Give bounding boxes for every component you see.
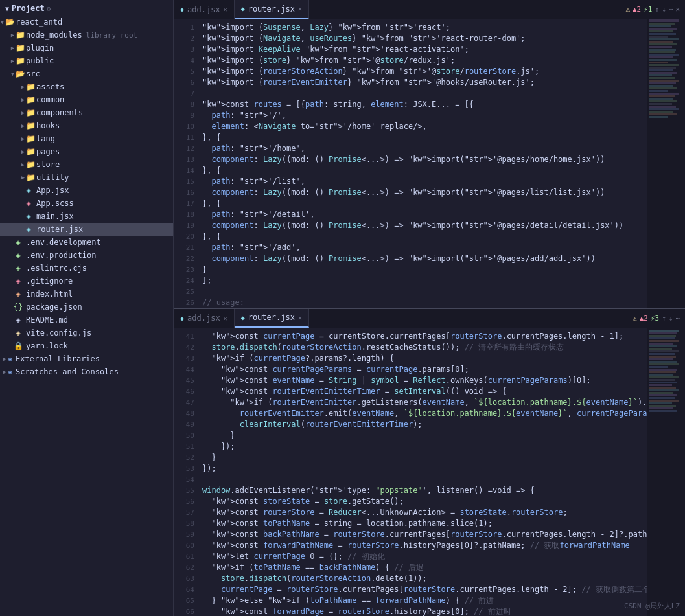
nav-up-bottom[interactable]: ↑ — [662, 314, 666, 323]
nav-down-top[interactable]: ↓ — [662, 5, 666, 14]
code-line-53: }); — [202, 463, 642, 474]
svg-rect-7 — [649, 36, 668, 38]
code-line-58: "kw">const toPathName = string = locatio… — [202, 518, 642, 529]
line-num-5: 5 — [174, 66, 194, 77]
nav-down-bottom[interactable]: ↓ — [669, 314, 673, 323]
sidebar-item-public[interactable]: ▶📁public — [0, 54, 173, 67]
sidebar-item-components[interactable]: ▶📁components — [0, 106, 173, 119]
sidebar-item-common[interactable]: ▶📁common — [0, 93, 173, 106]
line-num-45: 45 — [174, 375, 194, 386]
code-content-bottom[interactable]: "kw">const currentPage = currentStore.cu… — [197, 328, 647, 617]
code-line-23: } — [202, 264, 642, 275]
more-actions-top[interactable]: ⋯ — [669, 5, 673, 14]
sidebar-item-main.jsx[interactable]: ◈main.jsx — [0, 210, 173, 223]
code-line-2: "kw">import {Navigate, useRoutes} "kw">f… — [202, 33, 642, 44]
sidebar-item-README.md[interactable]: ◈README.md — [0, 314, 173, 326]
tab-close-add-top[interactable]: ✕ — [224, 6, 227, 13]
tab-close-router-bottom[interactable]: ✕ — [298, 314, 302, 321]
code-line-64: currentPage = routerStore.currentPages[r… — [202, 584, 642, 595]
sidebar-item-react_antd[interactable]: ▼📂react_antd — [0, 16, 173, 29]
sidebar-header[interactable]: ▼ Project ⚙ — [0, 1, 173, 16]
tab-router-jsx-bottom[interactable]: ◆ router.jsx ✕ — [235, 308, 309, 328]
sidebar-item-.env.production[interactable]: ◈.env.production — [0, 249, 173, 262]
svg-rect-14 — [649, 54, 679, 56]
sidebar-settings-icon[interactable]: ⚙ — [47, 5, 51, 12]
error-icon-top[interactable]: ▲2 — [633, 5, 641, 14]
svg-rect-30 — [649, 95, 675, 97]
code-line-19: component: Lazy((mod: () Promise<...>) =… — [202, 220, 642, 231]
tab-add-jsx-top[interactable]: ◆ add.jsx ✕ — [174, 0, 235, 19]
code-line-57: "kw">const routerStore = Reducer<...Unkn… — [202, 507, 642, 518]
line-num-10: 10 — [174, 121, 194, 132]
code-line-59: "kw">const backPathName = routerStore.cu… — [202, 529, 642, 540]
js-icon: ◈ — [13, 328, 23, 338]
svg-rect-18 — [649, 64, 679, 66]
sidebar-item-node_modules[interactable]: ▶📁node_moduleslibrary root — [0, 29, 173, 41]
tab-router-jsx-top[interactable]: ◆ router.jsx ✕ — [235, 0, 309, 19]
scrollbar-top[interactable] — [680, 19, 685, 308]
watermark: CSDN @局外人LZ — [624, 601, 680, 611]
code-line-6: "kw">import {routerEventEmitter} "kw">fr… — [202, 77, 642, 88]
sidebar-item-store[interactable]: ▶📁store — [0, 158, 173, 171]
lock-icon: 🔒 — [13, 341, 23, 351]
code-line-63: store.dispatch(routerStoreAction.delete(… — [202, 573, 642, 584]
sidebar-item-label-assets: assets — [36, 82, 64, 91]
line-num-44: 44 — [174, 364, 194, 375]
warning-icon-top[interactable]: ⚠ — [625, 5, 630, 14]
code-content-top[interactable]: "kw">import {Suspense, Lazy} "kw">from "… — [197, 19, 647, 308]
tab-router-label-top: router.jsx — [248, 5, 295, 14]
line-num-7: 7 — [174, 88, 194, 99]
sidebar-item-label-yarn.lock: yarn.lock — [26, 341, 68, 350]
sidebar-item-hooks[interactable]: ▶📁hooks — [0, 119, 173, 132]
more-actions-bottom[interactable]: ⋯ — [675, 314, 680, 323]
sidebar-item-index.html[interactable]: ◈index.html — [0, 288, 173, 301]
sidebar-item-src[interactable]: ▼📂src — [0, 67, 173, 80]
sidebar-item-.gitignore[interactable]: ◈.gitignore — [0, 275, 173, 288]
svg-rect-44 — [649, 340, 679, 342]
code-line-4: "kw">import {store} "kw">from "str">'@st… — [202, 55, 642, 66]
json-icon: {} — [13, 302, 23, 312]
sidebar-item-yarn.lock[interactable]: 🔒yarn.lock — [0, 339, 173, 352]
sidebar-item-App.jsx[interactable]: ◈App.jsx — [0, 184, 173, 197]
line-num-19: 19 — [174, 220, 194, 231]
code-line-26: // usage: — [202, 297, 642, 308]
line-num-9: 9 — [174, 110, 194, 121]
svg-rect-17 — [649, 62, 668, 63]
sidebar-item-label-.gitignore: .gitignore — [26, 277, 73, 286]
sidebar-item-assets[interactable]: ▶📁assets — [0, 80, 173, 93]
code-line-7 — [202, 88, 642, 99]
svg-rect-67 — [649, 400, 679, 402]
svg-rect-50 — [649, 356, 676, 358]
tab-close-router-top[interactable]: ✕ — [298, 5, 302, 12]
sidebar-item-router.jsx[interactable]: ◈router.jsx — [0, 223, 173, 236]
tab-close-add-bottom[interactable]: ✕ — [224, 315, 227, 322]
svg-rect-55 — [649, 369, 677, 371]
code-line-52: } — [202, 452, 642, 463]
sidebar-item-.env.development[interactable]: ◈.env.development — [0, 236, 173, 249]
code-line-45: "kw">const eventName = String | symbol =… — [202, 375, 642, 386]
ok-icon-top[interactable]: ⚡1 — [644, 5, 652, 14]
sidebar-item-vite.config.js[interactable]: ◈vite.config.js — [0, 326, 173, 339]
warning-icon-bottom[interactable]: ⚠ — [633, 314, 637, 323]
sidebar-item-plugin[interactable]: ▶📁plugin — [0, 41, 173, 54]
tab-add-jsx-bottom[interactable]: ◆ add.jsx ✕ — [174, 308, 235, 328]
sidebar-item-.eslintrc.cjs[interactable]: ◈.eslintrc.cjs — [0, 262, 173, 275]
editor-pane-bottom: ◆ add.jsx ✕ ◆ router.jsx ✕ ⚠ ▲2 ⚡3 ↑ ↓ ⋯ — [174, 308, 685, 617]
sidebar-item-label-main.jsx: main.jsx — [36, 212, 74, 221]
svg-rect-43 — [649, 337, 675, 339]
ok-icon-bottom[interactable]: ⚡3 — [651, 314, 659, 323]
svg-rect-21 — [649, 72, 677, 74]
sidebar-item-pages[interactable]: ▶📁pages — [0, 145, 173, 158]
sidebar-item-App.scss[interactable]: ◈App.scss — [0, 197, 173, 210]
nav-up-top[interactable]: ↑ — [655, 5, 660, 14]
code-line-10: element: <Navigate to="str">'/home' repl… — [202, 121, 642, 132]
svg-rect-24 — [649, 80, 679, 82]
close-pane-top[interactable]: ✕ — [675, 5, 680, 14]
sidebar-item-package.json[interactable]: {}package.json — [0, 301, 173, 314]
error-icon-bottom[interactable]: ▲2 — [640, 314, 648, 323]
sidebar-item-scratches[interactable]: ▶◈Scratches and Consoles — [0, 365, 173, 378]
sidebar-item-lang[interactable]: ▶📁lang — [0, 132, 173, 145]
scrollbar-bottom[interactable] — [680, 328, 685, 617]
sidebar-item-utility[interactable]: ▶📁utility — [0, 171, 173, 184]
sidebar-item-external_libraries[interactable]: ▶◈External Libraries — [0, 352, 173, 365]
